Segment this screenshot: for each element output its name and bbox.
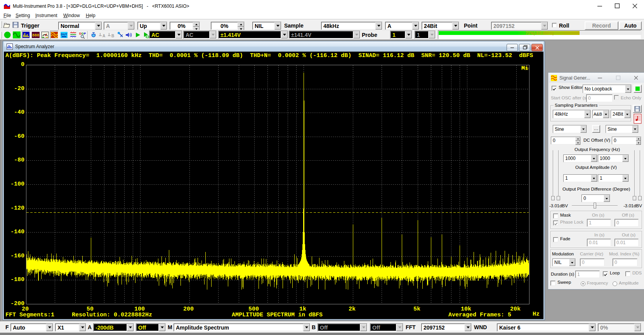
- svg-text:B: B: [111, 34, 114, 38]
- svg-text:P: P: [84, 32, 86, 35]
- svg-text:888: 888: [32, 33, 39, 38]
- svg-text:DUT: DUT: [61, 33, 68, 36]
- svg-text:A: A: [102, 34, 105, 38]
